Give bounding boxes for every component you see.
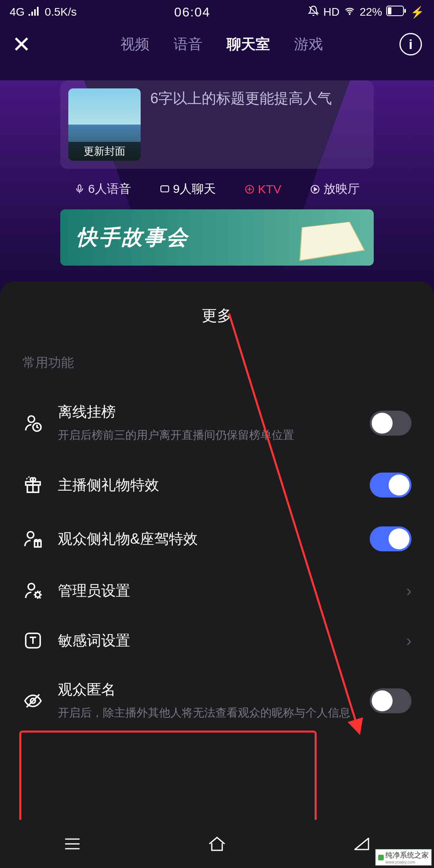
system-nav-bar: [0, 820, 434, 868]
setting-title: 观众侧礼物&座驾特效: [58, 529, 355, 549]
svg-point-1: [349, 14, 350, 14]
top-nav: ✕ 视频 语音 聊天室 游戏 i: [0, 24, 434, 64]
setting-row-5: 观众匿名开启后，除主播外其他人将无法查看观众的昵称与个人信息: [0, 665, 434, 736]
chevron-right-icon: ›: [395, 632, 411, 650]
sheet-title: 更多: [0, 293, 434, 346]
person-gift-icon: [23, 528, 43, 549]
person-clock-icon: [23, 413, 43, 434]
eye-off-icon: [23, 690, 43, 711]
tab-game[interactable]: 游戏: [294, 35, 323, 54]
banner-text: 快手故事会: [76, 223, 189, 252]
setting-body: 敏感词设置: [58, 631, 381, 651]
svg-point-13: [27, 532, 34, 538]
nav-tabs: 视频 语音 聊天室 游戏: [44, 35, 399, 54]
settings-list: 离线挂榜开启后榜前三的用户离开直播间仍保留榜单位置主播侧礼物特效观众侧礼物&座驾…: [0, 388, 434, 736]
setting-row-4[interactable]: 敏感词设置›: [0, 616, 434, 665]
gift-icon: [23, 475, 43, 495]
setting-title: 管理员设置: [58, 581, 381, 601]
setting-body: 观众匿名开启后，除主播外其他人将无法查看观众的昵称与个人信息: [58, 680, 355, 721]
setting-body: 观众侧礼物&座驾特效: [58, 529, 355, 549]
toggle-0[interactable]: [370, 411, 411, 436]
setting-row-1: 主播侧礼物特效: [0, 458, 434, 512]
setting-title: 敏感词设置: [58, 631, 381, 651]
setting-row-3[interactable]: 管理员设置›: [0, 566, 434, 616]
charging-icon: ⚡: [410, 6, 424, 19]
update-cover-label: 更新封面: [68, 142, 141, 161]
section-label: 常用功能: [0, 346, 434, 388]
close-button[interactable]: ✕: [12, 31, 44, 57]
svg-point-15: [28, 583, 35, 590]
toggle-1[interactable]: [370, 473, 411, 497]
setting-body: 离线挂榜开启后榜前三的用户离开直播间仍保留榜单位置: [58, 402, 355, 444]
battery-pct: 22%: [360, 6, 382, 18]
setting-body: 管理员设置: [58, 581, 381, 601]
svg-rect-3: [388, 7, 391, 14]
svg-point-16: [35, 592, 40, 597]
network-type: 4G: [10, 6, 25, 18]
toggle-5[interactable]: [370, 688, 411, 713]
tab-voice[interactable]: 语音: [174, 35, 203, 54]
setting-title: 离线挂榜: [58, 402, 355, 422]
mode-chat[interactable]: 9人聊天: [160, 181, 216, 197]
setting-title: 观众匿名: [58, 680, 355, 700]
title-hint[interactable]: 6字以上的标题更能提高人气: [150, 88, 366, 108]
tab-chatroom[interactable]: 聊天室: [227, 35, 270, 54]
clock: 06:04: [174, 5, 211, 20]
person-gear-icon: [23, 580, 43, 601]
info-button[interactable]: i: [399, 33, 422, 55]
cover-thumbnail[interactable]: 更新封面: [68, 88, 141, 161]
watermark: 纯净系统之家 www.ycwjxy.com: [375, 849, 432, 866]
setting-body: 主播侧礼物特效: [58, 475, 355, 495]
setting-row-0: 离线挂榜开启后榜前三的用户离开直播间仍保留榜单位置: [0, 388, 434, 458]
modes-row: 6人语音 9人聊天 KTV 放映厅: [60, 181, 374, 197]
mode-voice[interactable]: 6人语音: [74, 181, 131, 197]
svg-rect-6: [161, 186, 169, 192]
network-speed: 0.5K/s: [45, 6, 76, 18]
chevron-right-icon: ›: [395, 582, 411, 600]
bell-off-icon: [308, 5, 319, 19]
setting-desc: 开启后，除主播外其他人将无法查看观众的昵称与个人信息: [58, 704, 355, 721]
mode-ktv[interactable]: KTV: [244, 182, 281, 196]
hd-label: HD: [323, 6, 339, 18]
setting-title: 主播侧礼物特效: [58, 475, 355, 495]
text-box-icon: [23, 630, 43, 651]
svg-point-9: [28, 416, 35, 422]
tab-video[interactable]: 视频: [121, 35, 149, 54]
book-decoration: [299, 222, 365, 261]
setting-row-2: 观众侧礼物&座驾特效: [0, 512, 434, 566]
setting-desc: 开启后榜前三的用户离开直播间仍保留榜单位置: [58, 427, 355, 444]
cover-card: 更新封面 6字以上的标题更能提高人气: [60, 80, 374, 169]
nav-back-icon[interactable]: [350, 832, 374, 856]
signal-icon: [29, 6, 41, 18]
nav-home-icon[interactable]: [205, 832, 229, 856]
story-banner[interactable]: 快手故事会: [60, 209, 374, 266]
more-sheet: 更多 常用功能 离线挂榜开启后榜前三的用户离开直播间仍保留榜单位置主播侧礼物特效…: [0, 281, 434, 868]
svg-rect-4: [404, 9, 406, 13]
svg-rect-5: [78, 185, 81, 190]
status-bar: 4G 0.5K/s 06:04 HD 22% ⚡: [0, 0, 434, 24]
wifi-icon: [344, 6, 356, 18]
toggle-2[interactable]: [370, 526, 411, 551]
battery-icon: [386, 6, 406, 19]
mode-cinema[interactable]: 放映厅: [310, 181, 360, 197]
nav-menu-icon[interactable]: [60, 832, 84, 856]
